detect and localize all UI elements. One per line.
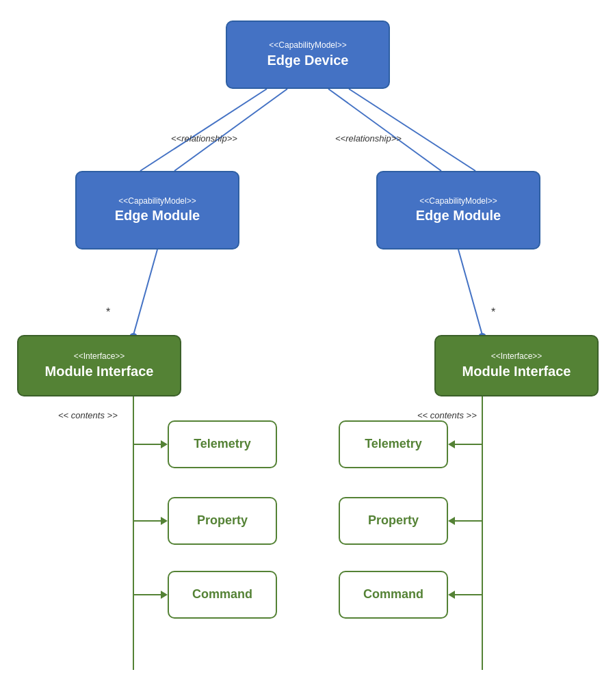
module-interface-left-title: Module Interface	[45, 362, 154, 380]
command-right-title: Command	[363, 587, 423, 602]
command-left-box: Command	[168, 571, 277, 619]
contents-right-label: << contents >>	[417, 410, 477, 420]
module-interface-right-stereotype: <<Interface>>	[491, 351, 542, 362]
module-interface-right-box: <<Interface>> Module Interface	[434, 335, 599, 396]
property-right-title: Property	[368, 513, 419, 528]
svg-line-2	[328, 89, 441, 171]
svg-marker-21	[448, 591, 455, 599]
svg-line-3	[349, 89, 475, 171]
relationship-left-label: <<relationship>>	[171, 133, 237, 144]
property-left-box: Property	[168, 497, 277, 545]
multiplicity-left: *	[106, 306, 110, 319]
svg-line-5	[458, 250, 482, 335]
telemetry-left-box: Telemetry	[168, 420, 277, 468]
command-right-box: Command	[339, 571, 448, 619]
svg-marker-19	[448, 517, 455, 525]
svg-marker-12	[161, 517, 168, 525]
edge-module-left-box: <<CapabilityModel>> Edge Module	[75, 171, 239, 250]
multiplicity-right: *	[491, 306, 495, 319]
relationship-right-label: <<relationship>>	[335, 133, 402, 144]
svg-line-4	[133, 250, 157, 335]
module-interface-left-stereotype: <<Interface>>	[74, 351, 125, 362]
command-left-title: Command	[192, 587, 252, 602]
edge-module-right-title: Edge Module	[416, 206, 501, 224]
module-interface-right-title: Module Interface	[462, 362, 571, 380]
telemetry-right-title: Telemetry	[365, 436, 422, 452]
contents-left-label: << contents >>	[58, 410, 118, 420]
svg-marker-17	[448, 440, 455, 448]
edge-device-box: <<CapabilityModel>> Edge Device	[226, 21, 390, 89]
module-interface-left-box: <<Interface>> Module Interface	[17, 335, 181, 396]
edge-module-right-stereotype: <<CapabilityModel>>	[419, 196, 497, 207]
property-right-box: Property	[339, 497, 448, 545]
svg-marker-10	[161, 440, 168, 448]
edge-device-stereotype: <<CapabilityModel>>	[269, 40, 346, 51]
edge-module-left-stereotype: <<CapabilityModel>>	[118, 196, 196, 207]
property-left-title: Property	[197, 513, 248, 528]
diagram: <<CapabilityModel>> Edge Device <<relati…	[0, 0, 615, 700]
svg-marker-14	[161, 591, 168, 599]
svg-line-0	[174, 89, 287, 171]
telemetry-right-box: Telemetry	[339, 420, 448, 468]
telemetry-left-title: Telemetry	[194, 436, 251, 452]
edge-module-right-box: <<CapabilityModel>> Edge Module	[376, 171, 540, 250]
edge-module-left-title: Edge Module	[115, 206, 200, 224]
edge-device-title: Edge Device	[267, 51, 349, 69]
svg-line-1	[140, 89, 267, 171]
